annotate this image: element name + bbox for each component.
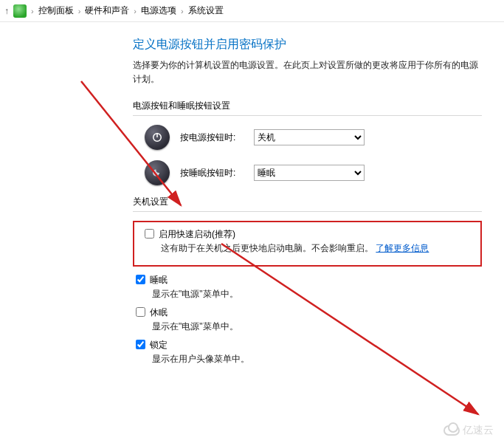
divider [133,115,482,116]
chevron-right-icon: › [78,7,81,16]
fast-startup-desc: 这有助于在关机之后更快地启动电脑。不会影响重启。 [161,243,373,253]
lock-option-label: 锁定 [150,339,168,351]
sleep-button-label: 按睡眠按钮时: [180,167,254,179]
breadcrumb-item[interactable]: 系统设置 [188,4,224,17]
hibernate-option-label: 休眠 [150,306,168,319]
divider [133,211,482,212]
sleep-option-label: 睡眠 [150,274,168,287]
breadcrumb-item[interactable]: 电源选项 [141,4,176,17]
sleep-option-desc: 显示在"电源"菜单中。 [152,288,482,301]
sleep-checkbox[interactable] [136,275,145,284]
power-button-select[interactable]: 关机 [254,129,365,145]
breadcrumb-item[interactable]: 控制面板 [38,4,74,17]
section-label-buttons: 电源按钮和睡眠按钮设置 [133,100,482,112]
fast-startup-checkbox[interactable] [145,229,154,239]
chevron-right-icon: › [134,7,137,16]
learn-more-link[interactable]: 了解更多信息 [376,243,429,253]
breadcrumb-item[interactable]: 硬件和声音 [85,4,129,17]
hibernate-option-desc: 显示在"电源"菜单中。 [152,320,482,333]
page-title: 定义电源按钮并启用密码保护 [133,37,482,52]
sleep-button-select[interactable]: 睡眠 [254,165,365,181]
lock-option-desc: 显示在用户头像菜单中。 [152,353,482,366]
hibernate-checkbox[interactable] [136,307,145,317]
cloud-icon [443,425,460,436]
watermark: 亿速云 [443,424,494,437]
breadcrumb: ↑ › 控制面板 › 硬件和声音 › 电源选项 › 系统设置 [0,0,504,22]
fast-startup-label: 启用快速启动(推荐) [159,228,235,241]
section-label-shutdown: 关机设置 [133,196,482,208]
chevron-right-icon: › [31,7,34,16]
fast-startup-highlight: 启用快速启动(推荐) 这有助于在关机之后更快地启动电脑。不会影响重启。 了解更多… [133,221,482,267]
page-description: 选择要为你的计算机设置的电源设置。在此页上对设置所做的更改将应用于你所有的电源计… [133,58,482,86]
back-arrow[interactable]: ↑ [4,6,9,16]
chevron-right-icon: › [181,7,184,16]
lock-checkbox[interactable] [136,340,145,349]
control-panel-icon[interactable] [13,4,27,18]
sleep-icon [145,160,170,185]
power-icon [145,125,170,150]
power-button-label: 按电源按钮时: [180,131,254,144]
